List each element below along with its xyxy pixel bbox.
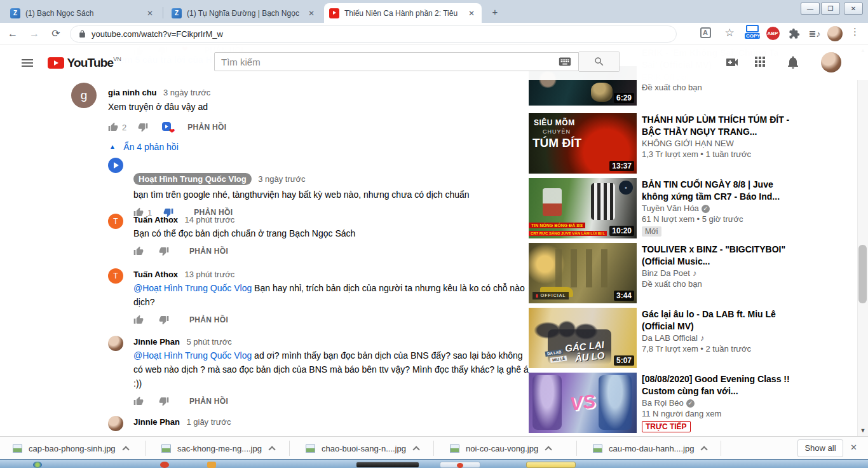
- hamburger-menu-icon[interactable]: [22, 57, 33, 69]
- abp-extension-icon[interactable]: ABP: [765, 26, 780, 41]
- reply-button[interactable]: PHẢN HỒI: [189, 397, 228, 406]
- bookmark-star-icon[interactable]: ☆: [722, 26, 737, 41]
- download-item[interactable]: cau-mo-dau-hanh....jpg: [584, 437, 714, 460]
- dislike-icon[interactable]: [159, 246, 169, 256]
- download-item[interactable]: chao-buoi-sang-n....jpg: [297, 437, 426, 460]
- reply-time[interactable]: 1 giây trước: [186, 417, 231, 427]
- reply-button[interactable]: PHẢN HỒI: [189, 315, 228, 324]
- mention-link[interactable]: @Hoạt Hình Trung Quốc Vlog: [133, 283, 252, 293]
- browser-menu-icon[interactable]: ⋮: [850, 26, 860, 38]
- video-title[interactable]: Gác lại âu lo - Da LAB ft. Miu Lê (Offic…: [642, 308, 790, 333]
- youtube-profile-avatar[interactable]: [821, 52, 841, 72]
- reply-time[interactable]: 3 ngày trước: [258, 174, 305, 184]
- close-downloads-icon[interactable]: ✕: [850, 443, 857, 452]
- tab-close-icon[interactable]: ✕: [466, 9, 477, 18]
- video-thumbnail[interactable]: ▮ OFFICIAL 3:44: [529, 243, 637, 303]
- scrollbar-thumb[interactable]: [858, 245, 867, 303]
- browser-tab-2[interactable]: Z (1) Tụ Nghĩa Đường | Bạch Ngọc ✕: [166, 3, 322, 23]
- dislike-icon[interactable]: [138, 122, 148, 132]
- video-channel[interactable]: Da LAB Official♪: [642, 333, 790, 343]
- search-button[interactable]: [579, 52, 620, 72]
- reply-avatar[interactable]: T: [108, 268, 123, 284]
- music-list-extension-icon[interactable]: ≣♪: [807, 26, 822, 41]
- comment-avatar[interactable]: g: [71, 83, 97, 108]
- chevron-up-icon[interactable]: [122, 446, 129, 453]
- reply-time[interactable]: 14 phút trước: [185, 215, 235, 224]
- video-title[interactable]: [08/08/2020] Good Evening Class !! Custo…: [642, 373, 790, 397]
- scroll-down-arrow[interactable]: ▼: [860, 427, 866, 434]
- download-item[interactable]: sac-khong-me-ng....jpg: [153, 437, 282, 460]
- hide-replies-toggle[interactable]: ▲ Ẩn 4 phản hồi: [109, 141, 179, 153]
- comment-author[interactable]: gia ninh chu: [108, 88, 157, 97]
- video-channel[interactable]: KHÔNG GIỚI HẠN NEW: [642, 139, 790, 148]
- tab-close-icon[interactable]: ✕: [145, 9, 155, 18]
- taskbar-window-button[interactable]: [440, 462, 480, 468]
- download-item[interactable]: noi-co-cau-vong.jpg: [441, 437, 559, 460]
- search-input[interactable]: Tìm kiếm: [214, 52, 579, 71]
- show-all-downloads-button[interactable]: Show all: [797, 439, 843, 457]
- dislike-icon[interactable]: [159, 315, 169, 325]
- video-thumbnail[interactable]: SIÊU MÕM CHUYÊN TÚM ĐÍT 13:37: [529, 113, 637, 174]
- browser-profile-avatar[interactable]: [827, 26, 843, 41]
- forward-button[interactable]: →: [27, 26, 42, 41]
- browser-tab-1[interactable]: Z (1) Bạch Ngọc Sách ✕: [5, 3, 160, 23]
- puzzle-extension-icon[interactable]: [787, 26, 802, 41]
- creator-heart-icon[interactable]: ❤: [162, 122, 172, 132]
- reply-author[interactable]: Tuấn Athox: [133, 270, 178, 279]
- chevron-up-icon[interactable]: [701, 446, 708, 453]
- video-thumbnail[interactable]: ★ TIN NÓNG BÓNG ĐÁ 8/8 CR7 RỰC SÁNG JUVE…: [529, 178, 637, 238]
- reply-author[interactable]: Tuấn Athox: [133, 215, 178, 224]
- page-scrollbar[interactable]: [857, 45, 868, 436]
- tab-close-icon[interactable]: ✕: [306, 9, 316, 18]
- reply-avatar[interactable]: [108, 158, 123, 173]
- notifications-bell-icon[interactable]: [785, 55, 801, 70]
- window-minimize-button[interactable]: —: [801, 3, 820, 15]
- video-thumbnail[interactable]: VS: [529, 373, 637, 433]
- start-orb-icon[interactable]: [33, 462, 42, 468]
- refresh-button[interactable]: ⟳: [48, 26, 64, 41]
- reply-author[interactable]: Jinnie Phan: [133, 417, 180, 427]
- taskbar-window-button[interactable]: [356, 462, 419, 468]
- new-tab-button[interactable]: +: [487, 5, 503, 19]
- taskbar-window-button[interactable]: [526, 462, 576, 468]
- video-title[interactable]: THÁNH NÚP LÙM THÍCH TÚM ĐÍT - BẬC THẦY N…: [642, 114, 790, 138]
- video-channel[interactable]: Binz Da Poet♪: [642, 268, 790, 278]
- chevron-up-icon[interactable]: [545, 446, 552, 453]
- reply-avatar[interactable]: T: [108, 214, 123, 229]
- reply-time[interactable]: 13 phút trước: [185, 270, 235, 279]
- window-restore-button[interactable]: ❐: [821, 3, 840, 15]
- keyboard-icon[interactable]: [558, 55, 572, 69]
- video-title[interactable]: BẢN TIN CUỐI NGÀY 8/8 | Juve không xứng …: [642, 179, 790, 203]
- like-icon[interactable]: [133, 246, 144, 256]
- reply-button[interactable]: PHẢN HỒI: [187, 123, 226, 132]
- video-title[interactable]: TOULIVER x BINZ - "BIGCITYBOI" (Official…: [642, 244, 790, 268]
- back-button[interactable]: ←: [5, 26, 20, 41]
- video-channel[interactable]: Ba Rọi Béo✓: [642, 398, 790, 408]
- address-bar[interactable]: youtube.com/watch?v=FCikprIrM_w: [70, 25, 677, 43]
- video-channel[interactable]: Tuyền Văn Hóa✓: [642, 203, 790, 213]
- taskbar-app-icon[interactable]: [207, 462, 216, 468]
- chevron-up-icon[interactable]: [412, 446, 419, 453]
- dislike-icon[interactable]: [159, 396, 169, 406]
- download-item[interactable]: cap-bao-phong-sinh.jpg: [4, 437, 136, 460]
- like-icon[interactable]: [133, 396, 144, 406]
- chevron-up-icon[interactable]: [268, 446, 275, 453]
- create-video-icon[interactable]: [724, 55, 740, 70]
- reply-button[interactable]: PHẢN HỒI: [189, 247, 228, 256]
- mention-link[interactable]: @Hoạt Hình Trung Quốc Vlog: [133, 350, 252, 361]
- reply-avatar[interactable]: [108, 336, 123, 351]
- reply-avatar[interactable]: [108, 416, 123, 431]
- taskbar-app-icon[interactable]: [160, 462, 169, 468]
- reply-author-badge[interactable]: Hoạt Hình Trung Quốc Vlog: [133, 173, 252, 185]
- window-close-button[interactable]: ✕: [844, 3, 863, 15]
- browser-tab-active[interactable]: Thiếu Niên Ca Hành phần 2: Tiêu ✕: [324, 3, 482, 23]
- translate-icon[interactable]: A: [698, 26, 713, 41]
- apps-grid-icon[interactable]: [755, 57, 765, 67]
- reply-author[interactable]: Jinnie Phan: [133, 337, 180, 347]
- copy-extension-icon[interactable]: COPY: [745, 25, 760, 40]
- video-thumbnail[interactable]: GÁC LẠIÂU LO DA LAB MIU LÊ 5:07: [529, 308, 637, 368]
- reply-time[interactable]: 5 phút trước: [186, 337, 231, 347]
- comment-time[interactable]: 3 ngày trước: [163, 88, 210, 97]
- like-icon[interactable]: [108, 122, 118, 132]
- youtube-logo[interactable]: YouTubeVN: [48, 56, 121, 70]
